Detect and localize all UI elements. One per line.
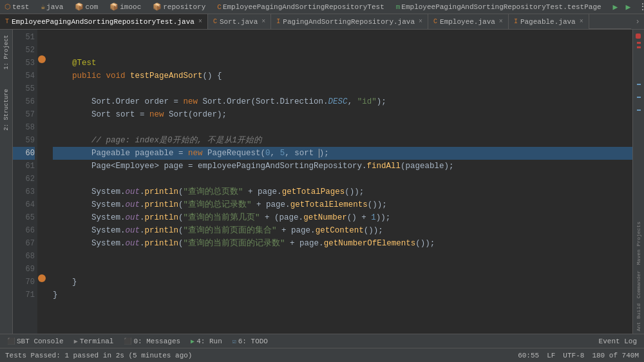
terminal-label: Terminal <box>80 338 114 345</box>
tab-pageable[interactable]: I Pageable.java × <box>509 14 589 29</box>
sbt-label: SBT Console <box>17 338 64 345</box>
tab-label-2: PagingAndSortingRepository.java <box>283 18 415 26</box>
code-line-66: System.out.println("查询的当前页面的集合" + page.g… <box>53 224 632 237</box>
top-navigation-bar: ⬡ test ☕ java 📦 com 📦 imooc 📦 repository… <box>0 0 644 14</box>
run-tab[interactable]: ▶ 4: Run <box>187 334 225 348</box>
breadcrumb-method[interactable]: m EmployeePagingAndSortingRepositoryTest… <box>394 3 603 11</box>
tab-close-1[interactable]: × <box>261 18 265 25</box>
tab-label-1: Sort.java <box>220 18 258 26</box>
tab-sort[interactable]: C Sort.java × <box>208 14 271 29</box>
commander-label[interactable]: Commander <box>636 271 641 298</box>
line-ending: LF <box>547 352 555 359</box>
code-line-69 <box>53 263 632 276</box>
sbt-console-tab[interactable]: ⬛ SBT Console <box>4 334 67 348</box>
run-button[interactable]: ▶ <box>611 2 620 12</box>
code-content[interactable]: @Test public void testPageAndSort() { So… <box>46 30 632 334</box>
line-64: 64 <box>13 198 35 211</box>
left-sidebar: 1: Project 2: Structure <box>0 30 13 334</box>
tab-close-4[interactable]: × <box>580 18 583 25</box>
tab-label-0: EmployeePagingAndSortingRepositoryTest.j… <box>12 18 194 26</box>
ant-build-label[interactable]: Ant Build <box>636 303 641 331</box>
terminal-icon: ▶ <box>74 338 78 345</box>
terminal-tab[interactable]: ▶ Terminal <box>71 334 117 348</box>
tab-close-2[interactable]: × <box>419 18 422 25</box>
nav-com[interactable]: 📦 com <box>73 3 100 11</box>
right-sidebar: Maven Projects Commander Ant Build <box>632 30 644 334</box>
code-editor[interactable]: 51 52 53 54 55 56 57 58 59 60 61 62 63 6… <box>13 30 632 334</box>
code-line-55 <box>53 82 632 95</box>
line-56: 56 <box>13 95 35 108</box>
code-line-56: Sort.Order order = new Sort.Order(Sort.D… <box>53 95 632 108</box>
line-53: 53 <box>13 57 35 70</box>
tab-icon-4: I <box>514 18 518 25</box>
line-number-gutter: 51 52 53 54 55 56 57 58 59 60 61 62 63 6… <box>13 30 37 334</box>
tab-close-0[interactable]: × <box>198 18 202 25</box>
java-icon: ☕ <box>41 3 45 11</box>
line-61: 61 <box>13 160 35 173</box>
pkg-icon3: 📦 <box>153 3 162 11</box>
sidebar-project-label[interactable]: 1: Project <box>3 35 10 70</box>
run-icon: ▶ <box>191 338 194 345</box>
tab-icon-0: T <box>5 18 9 25</box>
tab-icon-1: C <box>213 18 217 25</box>
todo-icon: ☑ <box>232 338 236 345</box>
line-60: 60 <box>13 147 35 160</box>
code-line-61: Page<Employee> page = employeePagingAndS… <box>53 160 632 173</box>
class-icon: C <box>217 3 222 11</box>
line-69: 69 <box>13 263 35 276</box>
nav-java[interactable]: ☕ java <box>39 3 65 11</box>
more-button[interactable]: ⋮ <box>636 1 644 12</box>
code-line-52 <box>53 44 632 57</box>
tab-close-3[interactable]: × <box>499 18 503 25</box>
tab-employee[interactable]: C Employee.java × <box>428 14 509 29</box>
code-line-57: Sort sort = new Sort(order); <box>53 108 632 121</box>
code-line-63: System.out.println("查询的总页数" + page.getTo… <box>53 186 632 198</box>
pkg-icon: 📦 <box>75 3 84 11</box>
status-left: Tests Passed: 1 passed in 2s (5 minutes … <box>5 352 192 359</box>
code-line-68 <box>53 250 632 263</box>
code-line-70: } <box>53 276 632 289</box>
messages-tab[interactable]: ⬛ 0: Messages <box>120 334 184 348</box>
nav-repository[interactable]: 📦 repository <box>151 3 207 11</box>
code-line-71: } <box>53 289 632 301</box>
line-68: 68 <box>13 250 35 263</box>
messages-icon: ⬛ <box>124 338 131 345</box>
encoding: UTF-8 <box>563 352 584 359</box>
pkg-icon2: 📦 <box>109 3 118 11</box>
tab-icon-3: C <box>433 18 437 25</box>
code-line-60: Pageable pageable = new PageRequest(0, 5… <box>53 147 632 160</box>
sidebar-structure-label[interactable]: 2: Structure <box>3 89 10 131</box>
main-editor-area: 1: Project 2: Structure 51 52 53 54 55 5… <box>0 30 644 334</box>
sbt-icon: ⬛ <box>7 338 15 345</box>
tab-label-3: Employee.java <box>440 18 495 26</box>
tab-label-4: Pageable.java <box>520 18 576 26</box>
todo-tab[interactable]: ☑ 6: TODO <box>229 334 271 348</box>
tab-employee-test[interactable]: T EmployeePagingAndSortingRepositoryTest… <box>0 14 208 29</box>
code-line-53: @Test <box>53 57 632 70</box>
event-log-tab[interactable]: Event Log <box>596 334 640 348</box>
tab-paging-repo[interactable]: I PagingAndSortingRepository.java × <box>271 14 428 29</box>
code-line-58 <box>53 121 632 134</box>
line-71: 71 <box>13 289 35 301</box>
scroll-tabs-right[interactable]: › <box>631 14 644 29</box>
editor-tab-bar: T EmployeePagingAndSortingRepositoryTest… <box>0 14 644 30</box>
code-line-65: System.out.println("查询的当前第几页" + (page.ge… <box>53 211 632 224</box>
line-55: 55 <box>13 82 35 95</box>
event-log-label: Event Log <box>599 338 637 345</box>
line-count: 180 of 740M <box>592 352 639 359</box>
nav-imooc[interactable]: 📦 imooc <box>108 3 143 11</box>
code-line-51 <box>53 31 632 44</box>
nav-class[interactable]: C EmployeePagingAndSortingRepositoryTest <box>215 3 386 11</box>
run-label: 4: Run <box>196 338 222 345</box>
tab-icon-2: I <box>276 18 280 25</box>
line-54: 54 <box>13 70 35 82</box>
code-line-62 <box>53 173 632 186</box>
line-59: 59 <box>13 134 35 147</box>
maven-projects-label[interactable]: Maven Projects <box>636 222 641 265</box>
tests-passed-text: Tests Passed: 1 passed in 2s (5 minutes … <box>5 352 192 359</box>
nav-test[interactable]: ⬡ test <box>3 3 31 11</box>
debug-button[interactable]: ▶ <box>623 2 632 12</box>
messages-label: 0: Messages <box>133 338 180 345</box>
status-bar: Tests Passed: 1 passed in 2s (5 minutes … <box>0 348 644 362</box>
line-67: 67 <box>13 237 35 250</box>
